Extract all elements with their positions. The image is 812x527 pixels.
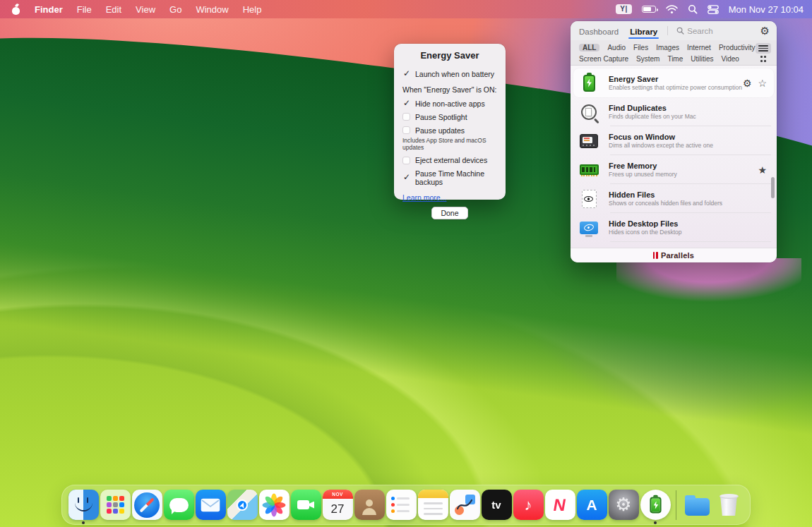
list-view-button[interactable] xyxy=(756,43,771,54)
search-field[interactable] xyxy=(676,27,751,35)
dock-icon-news[interactable]: N xyxy=(544,487,575,523)
wifi-icon[interactable] xyxy=(666,5,678,14)
checkbox-checked[interactable] xyxy=(402,174,410,181)
option-hide-non-active[interactable]: Hide non-active apps xyxy=(402,99,497,108)
dock-icon-freeform[interactable] xyxy=(449,487,480,523)
dialog-title: Energy Saver xyxy=(402,50,497,61)
parallels-logo-icon xyxy=(653,252,658,259)
dock-icon-photos[interactable] xyxy=(258,487,289,523)
option-launch-on-battery[interactable]: Launch when on battery xyxy=(402,69,497,78)
favorite-star-outline-icon[interactable]: ☆ xyxy=(758,78,767,89)
apple-menu-icon[interactable] xyxy=(11,4,20,15)
dock-icon-energy-saver[interactable] xyxy=(640,487,671,523)
checkbox-unchecked[interactable] xyxy=(402,157,410,164)
menu-bar: Finder File Edit View Go Window Help Y| xyxy=(0,0,812,18)
filter-internet[interactable]: Internet xyxy=(687,44,711,52)
search-icon xyxy=(676,27,684,35)
search-input[interactable] xyxy=(687,27,751,35)
filter-system[interactable]: System xyxy=(636,55,659,63)
filter-productivity[interactable]: Productivity xyxy=(719,44,756,52)
dock-icon-system-settings[interactable]: ⚙ xyxy=(608,487,639,523)
done-button[interactable]: Done xyxy=(431,207,467,219)
parallels-toolbox-window: Dashboard Library ⚙ ALL Audio Files Imag… xyxy=(571,21,777,262)
tool-row-hide-desktop-files[interactable]: Hide Desktop Files Hides icons on the De… xyxy=(571,213,777,242)
dock-icon-apple-tv[interactable]: tv xyxy=(481,487,512,523)
tool-row-energy-saver[interactable]: Energy Saver Enables settings that optim… xyxy=(573,68,774,97)
option-pause-time-machine[interactable]: Pause Time Machine backups xyxy=(402,169,497,186)
dock-separator xyxy=(676,490,676,520)
filter-screen-capture[interactable]: Screen Capture xyxy=(579,55,628,63)
desktop: Finder File Edit View Go Window Help Y| xyxy=(0,0,812,527)
tool-row-focus-on-window[interactable]: Focus on Window Dims all windows except … xyxy=(571,126,777,155)
option-pause-updates[interactable]: Pause updates xyxy=(402,126,497,135)
header-divider xyxy=(667,26,668,35)
checkbox-checked[interactable] xyxy=(402,99,410,107)
filter-all[interactable]: ALL xyxy=(579,44,599,52)
spotlight-search-icon[interactable] xyxy=(688,4,698,14)
menu-app-name[interactable]: Finder xyxy=(35,4,63,15)
menu-bar-clock[interactable]: Mon Nov 27 10:04 xyxy=(729,4,804,15)
favorite-star-filled-icon[interactable]: ★ xyxy=(758,164,767,176)
dock-icon-messages[interactable] xyxy=(163,487,194,523)
dock-icon-finder[interactable] xyxy=(68,487,99,523)
filter-images[interactable]: Images xyxy=(656,44,679,52)
category-filters: ALL Audio Files Images Internet Producti… xyxy=(571,40,777,66)
dock-icon-music[interactable]: ♪ xyxy=(513,487,544,523)
menu-view[interactable]: View xyxy=(136,4,155,15)
dock-icon-trash[interactable] xyxy=(713,487,744,523)
filter-video[interactable]: Video xyxy=(721,55,739,63)
wallpaper-pink-blob xyxy=(616,258,801,302)
calendar-day: 27 xyxy=(331,499,345,520)
checkbox-unchecked[interactable] xyxy=(402,126,410,134)
dock-icon-launchpad[interactable] xyxy=(100,487,131,523)
magnifier-duplicates-icon xyxy=(578,101,600,123)
dock-icon-mail[interactable] xyxy=(195,487,226,523)
grid-view-button[interactable] xyxy=(760,56,767,62)
battery-energy-icon xyxy=(578,72,600,95)
dock-icon-safari[interactable] xyxy=(131,487,162,523)
tool-settings-gear-icon[interactable]: ⚙ xyxy=(743,78,752,89)
tab-library[interactable]: Library xyxy=(628,23,659,39)
dock-icon-reminders[interactable] xyxy=(386,487,417,523)
ram-stick-icon xyxy=(578,159,600,181)
tab-dashboard[interactable]: Dashboard xyxy=(578,23,620,39)
learn-more-link[interactable]: Learn more... xyxy=(402,193,446,202)
hidden-file-eye-icon xyxy=(578,188,600,210)
filter-audio[interactable]: Audio xyxy=(607,44,626,52)
menu-window[interactable]: Window xyxy=(196,4,228,15)
dialog-section-label: When "Energy Saver" is ON: xyxy=(402,85,497,94)
checkbox-checked[interactable] xyxy=(402,70,410,78)
dock-icon-facetime[interactable] xyxy=(290,487,321,523)
option-pause-spotlight[interactable]: Pause Spotlight xyxy=(402,112,497,121)
gear-glyph: ⚙ xyxy=(615,494,631,516)
tool-row-free-memory[interactable]: Free Memory Frees up unused memory ★ xyxy=(571,155,777,184)
appstore-glyph: A xyxy=(586,497,597,514)
dock-icon-calendar[interactable]: NOV 27 xyxy=(322,487,353,523)
checkbox-unchecked[interactable] xyxy=(402,113,410,121)
desktop-eye-icon xyxy=(578,217,600,239)
filter-utilities[interactable]: Utilities xyxy=(691,55,713,63)
tool-row-hidden-files[interactable]: Hidden Files Shows or conceals hidden fi… xyxy=(571,184,777,213)
menu-go[interactable]: Go xyxy=(169,4,181,15)
dock-icon-contacts[interactable] xyxy=(354,487,385,523)
toolbox-footer: Parallels xyxy=(571,248,777,262)
control-center-icon[interactable] xyxy=(707,5,719,14)
pause-updates-note: Includes App Store and macOS updates xyxy=(402,138,494,152)
settings-gear-icon[interactable]: ⚙ xyxy=(760,25,770,36)
menu-file[interactable]: File xyxy=(77,4,92,15)
dock-icon-downloads-folder[interactable] xyxy=(681,487,712,523)
energy-saver-dialog: Energy Saver Launch when on battery When… xyxy=(394,44,506,200)
filter-time[interactable]: Time xyxy=(667,55,683,63)
dock-icon-maps[interactable] xyxy=(227,487,258,523)
parallels-toolbox-menu-icon[interactable]: Y| xyxy=(616,4,631,14)
option-eject-devices[interactable]: Eject external devices xyxy=(402,156,497,165)
dock-icon-notes[interactable] xyxy=(417,487,448,523)
dock-icon-app-store[interactable]: A xyxy=(576,487,607,523)
scrollbar-thumb[interactable] xyxy=(771,177,775,198)
filter-files[interactable]: Files xyxy=(633,44,648,52)
menu-edit[interactable]: Edit xyxy=(106,4,121,15)
battery-icon[interactable] xyxy=(642,6,656,13)
focus-window-icon xyxy=(578,130,600,152)
tool-row-find-duplicates[interactable]: Find Duplicates Finds duplicate files on… xyxy=(571,97,777,126)
menu-help[interactable]: Help xyxy=(243,4,262,15)
